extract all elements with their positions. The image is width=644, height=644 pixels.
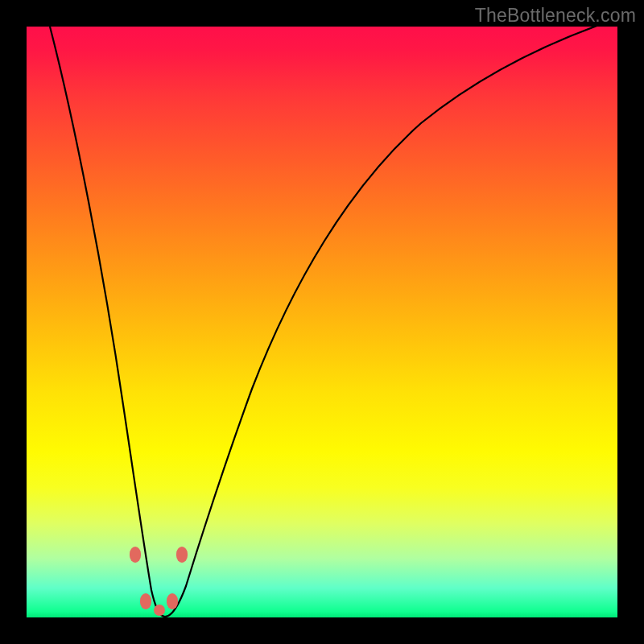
bead-icon bbox=[154, 605, 165, 616]
optimum-beads bbox=[130, 547, 188, 616]
watermark-text: TheBottleneck.com bbox=[475, 5, 636, 27]
chart-container: TheBottleneck.com bbox=[0, 0, 644, 644]
bead-icon bbox=[130, 547, 141, 563]
chart-overlay bbox=[27, 27, 617, 617]
bead-icon bbox=[140, 593, 151, 609]
bottleneck-curve bbox=[50, 27, 617, 617]
bead-icon bbox=[167, 593, 178, 609]
plot-area bbox=[27, 27, 617, 617]
bead-icon bbox=[176, 547, 188, 563]
